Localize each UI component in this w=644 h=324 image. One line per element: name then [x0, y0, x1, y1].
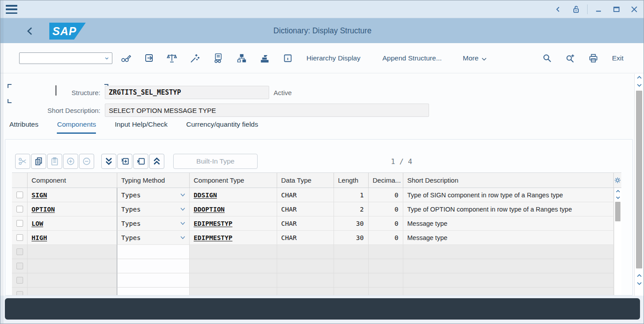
activate-icon[interactable] — [188, 52, 202, 65]
short-description-field[interactable]: SELECT OPTION MESSAGE TYPE — [105, 104, 429, 117]
component-link[interactable]: LOW — [32, 220, 43, 227]
minimize-icon[interactable] — [592, 3, 605, 16]
runtime-object-icon[interactable] — [211, 52, 225, 65]
component-link[interactable]: SIGN — [32, 192, 47, 199]
row-checkbox[interactable] — [16, 234, 23, 241]
table-row-empty[interactable] — [12, 273, 621, 288]
cut-icon[interactable] — [15, 154, 30, 169]
consistency-check-icon[interactable] — [165, 52, 179, 65]
components-table: Component Typing Method Component Type D… — [12, 172, 621, 295]
info-icon[interactable] — [281, 52, 294, 65]
col-component[interactable]: Component — [28, 173, 117, 188]
component-type-link[interactable]: DDOPTION — [194, 206, 225, 213]
search-icon[interactable] — [541, 52, 554, 65]
main-scrollbar[interactable] — [634, 74, 644, 296]
back-chevron-icon[interactable] — [24, 24, 37, 38]
history-back-icon[interactable] — [552, 3, 565, 16]
search-plus-icon[interactable] — [564, 52, 577, 65]
row-checkbox[interactable] — [16, 263, 23, 269]
component-link[interactable]: OPTION — [32, 206, 55, 213]
row-checkbox[interactable] — [16, 277, 23, 284]
table-row[interactable]: SIGN Types DDSIGN CHAR 1 0 Type of SIGN … — [12, 188, 621, 202]
append-structure-button[interactable]: Append Structure... — [382, 43, 442, 73]
col-data-type[interactable]: Data Type — [277, 173, 334, 188]
tab-currency-quantity-fields[interactable]: Currency/quantity fields — [186, 120, 258, 132]
status-text: Active — [274, 89, 292, 96]
row-checkbox[interactable] — [16, 220, 23, 227]
decimals-cell: 0 — [369, 231, 403, 245]
col-typing-method[interactable]: Typing Method — [117, 173, 190, 188]
table-scrollbar[interactable] — [614, 188, 621, 295]
component-type-link[interactable]: EDIPMESTYP — [194, 220, 232, 227]
structure-row: Structure: ZRGTITS_SEL_MESTYP Active — [0, 86, 292, 99]
built-in-type-button[interactable]: Built-In Type — [173, 154, 258, 169]
chevron-down-icon — [179, 234, 186, 241]
index-icon[interactable] — [258, 52, 271, 65]
length-cell: 1 — [334, 188, 369, 202]
row-checkbox[interactable] — [16, 291, 23, 295]
copy-object-icon[interactable] — [143, 52, 156, 65]
add-row-icon[interactable] — [63, 154, 78, 169]
col-length[interactable]: Length — [334, 173, 369, 188]
row-checkbox[interactable] — [16, 206, 23, 212]
gear-icon[interactable] — [614, 176, 621, 184]
scroll-up-icon[interactable] — [635, 74, 644, 81]
scroll-down-icon[interactable] — [635, 81, 644, 89]
select-all-header[interactable] — [12, 173, 28, 188]
display-change-icon[interactable] — [119, 52, 133, 65]
typing-method-dropdown[interactable]: Types — [117, 188, 190, 202]
short-description-value: SELECT OPTION MESSAGE TYPE — [109, 107, 216, 114]
row-checkbox[interactable] — [16, 248, 23, 255]
hierarchy-icon[interactable] — [235, 52, 248, 65]
insert-row-icon[interactable] — [117, 154, 132, 169]
structure-field[interactable]: ZRGTITS_SEL_MESTYP — [105, 86, 269, 99]
table-row[interactable]: HIGH Types EDIPMESTYP CHAR 30 0 Message … — [12, 231, 621, 245]
close-icon[interactable] — [628, 3, 641, 16]
scroll-up-icon[interactable] — [635, 272, 644, 280]
short-description-row: Short Description: SELECT OPTION MESSAGE… — [0, 104, 429, 117]
tab-input-help-check[interactable]: Input Help/Check — [115, 120, 167, 132]
data-type-cell: CHAR — [277, 202, 334, 216]
component-link[interactable]: HIGH — [32, 234, 47, 241]
table-row-empty[interactable] — [12, 259, 621, 273]
collapse-all-icon[interactable] — [149, 154, 164, 169]
menu-hamburger-icon[interactable] — [6, 5, 17, 14]
col-component-type[interactable]: Component Type — [190, 173, 277, 188]
more-button[interactable]: More — [463, 43, 488, 73]
table-row[interactable]: LOW Types EDIPMESTYP CHAR 30 0 Message t… — [12, 216, 621, 231]
scrollbar-thumb[interactable] — [636, 91, 642, 268]
table-row[interactable]: OPTION Types DDOPTION CHAR 2 0 Type of O… — [12, 202, 621, 216]
scroll-up-icon[interactable] — [614, 188, 621, 194]
typing-method-dropdown[interactable]: Types — [117, 216, 190, 231]
row-checkbox[interactable] — [16, 192, 23, 198]
maximize-icon[interactable] — [610, 3, 623, 16]
focus-corner — [8, 99, 12, 103]
unlock-icon[interactable] — [569, 3, 583, 16]
scroll-down-icon[interactable] — [614, 194, 621, 200]
scroll-down-icon[interactable] — [635, 280, 644, 287]
table-row-empty[interactable] — [12, 245, 621, 259]
tab-components[interactable]: Components — [57, 120, 96, 134]
short-description-cell: Type of SIGN component in row type of a … — [403, 188, 614, 202]
scrollbar-thumb[interactable] — [615, 202, 620, 221]
table-row-empty[interactable] — [12, 288, 621, 295]
command-input[interactable] — [20, 53, 103, 64]
paste-icon[interactable] — [47, 154, 62, 169]
hierarchy-display-button[interactable]: Hierarchy Display — [306, 43, 360, 73]
exit-button[interactable]: Exit — [612, 43, 624, 73]
col-decimals[interactable]: Decima... — [369, 173, 403, 188]
remove-row-icon[interactable] — [79, 154, 94, 169]
print-icon[interactable] — [587, 52, 600, 65]
col-short-description[interactable]: Short Description — [403, 173, 614, 188]
command-field[interactable] — [19, 52, 112, 64]
tab-attributes[interactable]: Attributes — [9, 120, 38, 132]
component-type-link[interactable]: EDIPMESTYP — [194, 234, 232, 241]
delete-row-icon[interactable] — [133, 154, 148, 169]
component-type-link[interactable]: DDSIGN — [194, 192, 217, 199]
row-position-indicator: 1 / 4 — [391, 157, 412, 166]
typing-method-dropdown[interactable]: Types — [117, 202, 190, 216]
copy-icon[interactable] — [31, 154, 46, 169]
typing-method-dropdown[interactable]: Types — [117, 231, 190, 245]
chevron-down-icon — [179, 192, 186, 198]
expand-all-icon[interactable] — [101, 154, 116, 169]
